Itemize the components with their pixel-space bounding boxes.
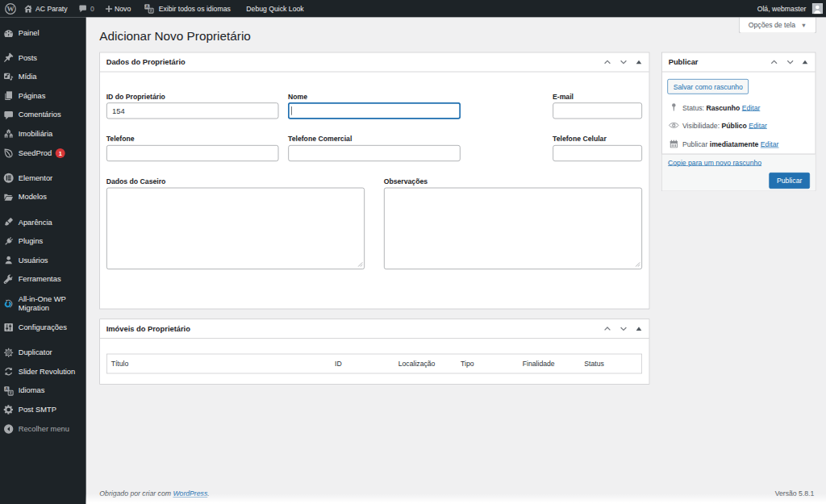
- svg-text:W: W: [6, 5, 14, 13]
